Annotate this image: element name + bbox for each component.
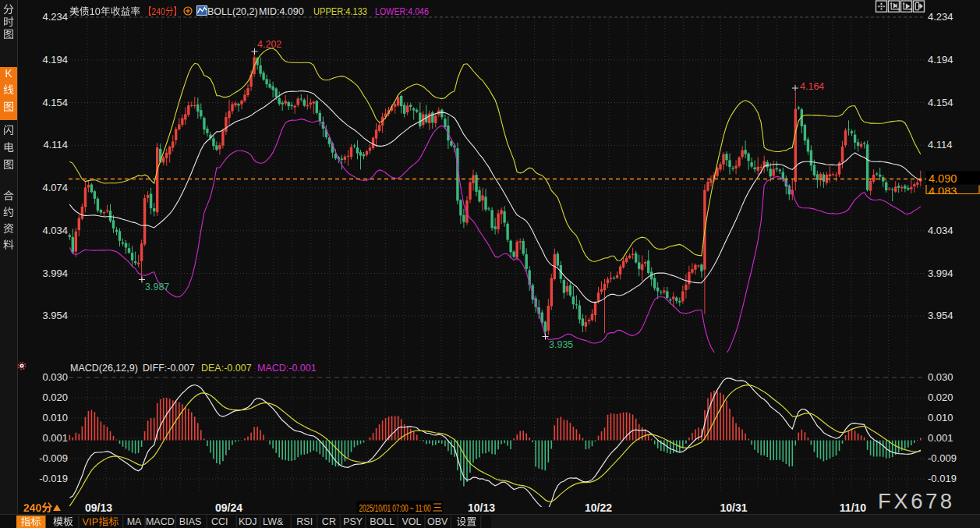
svg-text:4.034: 4.034: [42, 225, 68, 236]
svg-text:3.954: 3.954: [42, 310, 68, 321]
svg-text:MACD:-0.001: MACD:-0.001: [257, 363, 317, 374]
svg-text:10/13: 10/13: [468, 501, 495, 514]
svg-text:-0.009: -0.009: [928, 452, 957, 464]
svg-text:BOLL: BOLL: [370, 516, 394, 527]
svg-text:0.001: 0.001: [928, 432, 953, 444]
svg-text:MA: MA: [127, 516, 142, 527]
svg-text:4.234: 4.234: [928, 11, 953, 23]
svg-text:4.234: 4.234: [42, 11, 68, 23]
svg-text:MID:4.090: MID:4.090: [259, 6, 304, 17]
svg-text:4.202: 4.202: [257, 39, 281, 50]
svg-text:CR: CR: [322, 516, 336, 527]
svg-text:VOL: VOL: [402, 516, 421, 527]
svg-text:MACD(26,12,9): MACD(26,12,9): [70, 363, 138, 374]
svg-text:4.090: 4.090: [929, 172, 957, 185]
svg-text:4.194: 4.194: [928, 54, 953, 66]
svg-text:LW&: LW&: [263, 516, 284, 527]
svg-text:3.935: 3.935: [549, 339, 573, 350]
svg-text:0.020: 0.020: [42, 392, 68, 403]
svg-text:-0.019: -0.019: [928, 473, 957, 484]
svg-text:09/13: 09/13: [85, 501, 112, 514]
svg-text:4.034: 4.034: [928, 225, 953, 236]
svg-text:OBV: OBV: [427, 516, 448, 527]
svg-text:4.074: 4.074: [42, 182, 68, 193]
svg-text:0.010: 0.010: [42, 412, 68, 423]
svg-text:-0.019: -0.019: [39, 473, 68, 484]
svg-text:RSI: RSI: [296, 516, 313, 527]
svg-text:4.114: 4.114: [43, 139, 68, 151]
svg-text:MACD: MACD: [146, 516, 175, 527]
svg-text:3.987: 3.987: [145, 282, 169, 292]
svg-text:-0.009: -0.009: [39, 452, 68, 464]
svg-text:4.114: 4.114: [928, 139, 953, 151]
svg-text:LOWER:4.046: LOWER:4.046: [375, 6, 429, 17]
svg-text:3.954: 3.954: [928, 310, 953, 321]
svg-text:09/24: 09/24: [215, 501, 242, 514]
svg-text:4.164: 4.164: [800, 81, 824, 92]
svg-text:4.194: 4.194: [42, 54, 68, 66]
svg-text:10/22: 10/22: [585, 501, 612, 514]
svg-text:0.030: 0.030: [42, 371, 68, 383]
svg-text:KDJ: KDJ: [239, 516, 257, 527]
svg-text:BIAS: BIAS: [179, 516, 202, 527]
svg-text:2025/10/01 07:00 ~ 11:00: 2025/10/01 07:00 ~ 11:00: [359, 502, 431, 514]
svg-text:3.994: 3.994: [42, 268, 68, 279]
svg-text:BOLL(20,2): BOLL(20,2): [207, 6, 258, 17]
svg-text:4.154: 4.154: [928, 97, 953, 108]
svg-text:4.154: 4.154: [42, 97, 68, 108]
svg-text:FX678: FX678: [878, 489, 955, 513]
svg-text:0.001: 0.001: [42, 432, 68, 444]
svg-text:UPPER:4.133: UPPER:4.133: [313, 6, 367, 17]
svg-text:10/31: 10/31: [720, 501, 747, 514]
svg-text:0.020: 0.020: [928, 392, 953, 403]
svg-text:DEA:-0.007: DEA:-0.007: [201, 363, 252, 374]
svg-text:PSY: PSY: [343, 516, 363, 527]
svg-text:CCI: CCI: [211, 516, 228, 527]
svg-text:0.030: 0.030: [928, 371, 953, 383]
svg-text:0.010: 0.010: [928, 412, 953, 423]
svg-text:3.994: 3.994: [928, 268, 953, 279]
svg-text:DIFF:-0.007: DIFF:-0.007: [143, 363, 195, 374]
svg-text:11/10: 11/10: [840, 501, 866, 514]
